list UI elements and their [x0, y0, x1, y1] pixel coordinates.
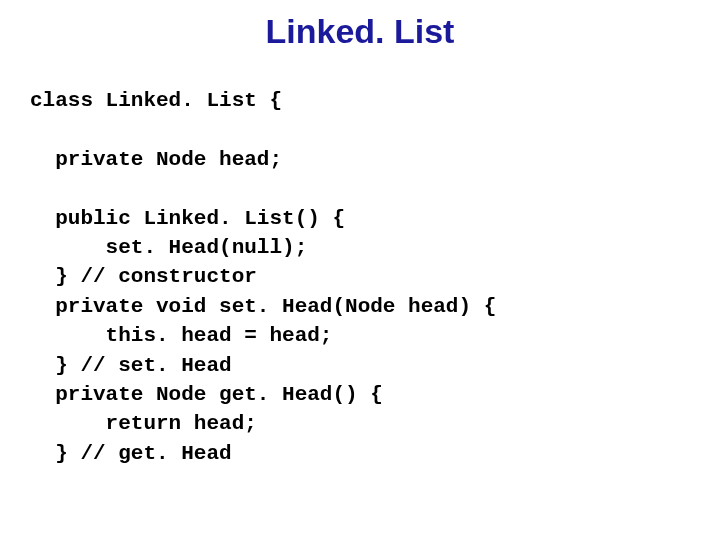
- slide-title: Linked. List: [0, 12, 720, 51]
- slide: Linked. List class Linked. List { privat…: [0, 0, 720, 540]
- code-block: class Linked. List { private Node head; …: [30, 86, 496, 468]
